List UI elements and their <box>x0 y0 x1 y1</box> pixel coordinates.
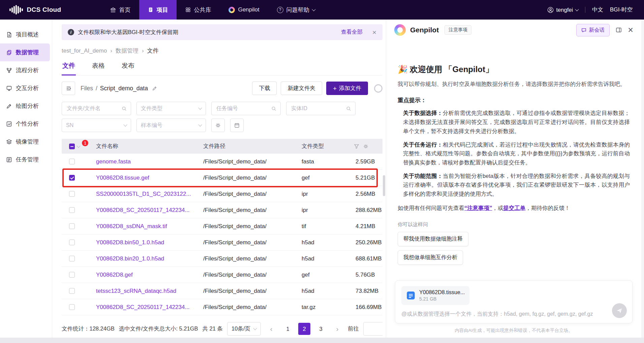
row-checkbox-checked[interactable] <box>69 175 75 181</box>
suggestion-cell-interaction[interactable]: 我想做单细胞互作分析 <box>398 250 463 265</box>
filename-filter[interactable] <box>62 102 131 115</box>
view-all-link[interactable]: 查看全部 <box>341 29 363 36</box>
file-name-link[interactable]: genome.fasta <box>91 158 198 165</box>
new-folder-button[interactable]: 新建文件夹 <box>281 82 322 95</box>
chat-input-placeholder[interactable]: @或从数据管理选择一个文件，当前支持：h5ad, gem, fq.gz, gef… <box>401 311 626 318</box>
tab-files[interactable]: 文件 <box>62 59 76 75</box>
dcs-logo-icon <box>9 4 23 15</box>
panel-close-icon[interactable]: × <box>628 26 633 35</box>
tab-tables[interactable]: 表格 <box>91 59 105 75</box>
goto-page-input[interactable] <box>363 322 382 336</box>
file-name-link[interactable]: Y00862D8.bin20_1.0.h5ad <box>91 255 198 262</box>
breadcrumb-sep-icon: › <box>110 48 112 54</box>
new-chat-button[interactable]: 新会话 <box>576 24 610 36</box>
task-id-filter[interactable] <box>211 102 281 115</box>
search-icon <box>122 106 127 111</box>
funnel-filter-icon[interactable] <box>354 144 359 149</box>
file-name-link[interactable]: Y00862D8.tissue.gef <box>91 175 198 181</box>
file-name-link[interactable]: Y00862D8_SC_20250117_142234... <box>91 207 198 214</box>
date-filter-button[interactable] <box>230 119 244 132</box>
window-scrollbar[interactable] <box>641 20 644 338</box>
page-3-button[interactable]: 3 <box>315 323 327 335</box>
filetype-select[interactable]: 文件类型 <box>136 102 206 115</box>
selected-file-chip[interactable]: Y00862D8.tissue... 5.21 GB <box>401 286 469 305</box>
select-all-checkbox[interactable] <box>69 144 75 149</box>
path-root[interactable]: Files <box>81 85 93 92</box>
row-checkbox[interactable] <box>69 191 75 197</box>
edit-icon[interactable] <box>152 86 157 91</box>
breadcrumb-data[interactable]: 数据管理 <box>116 47 139 55</box>
nav-item-projects[interactable]: 项目 <box>139 0 177 20</box>
sample-id-select[interactable]: 样本编号 <box>136 119 206 132</box>
sidebar-item-overview[interactable]: 项目概述 <box>0 26 52 43</box>
column-settings-gear-icon[interactable] <box>363 144 368 149</box>
folder-path: Files / Script_demo_data <box>81 85 157 92</box>
filename-input[interactable] <box>66 105 117 112</box>
nav-item-help[interactable]: ? 问题帮助 <box>268 0 324 20</box>
row-checkbox[interactable] <box>69 288 75 294</box>
brand[interactable]: DCS Cloud <box>0 4 61 15</box>
notes-link[interactable]: “注意事项” <box>464 205 492 211</box>
user-menu[interactable]: tengfei <box>547 7 579 13</box>
nav-item-genpilot[interactable]: Genpilot <box>220 0 268 20</box>
file-name-link[interactable]: tetssc123_scRNA_dataqc.h5ad <box>91 288 198 294</box>
sidebar-item-image-management[interactable]: 镜像管理 <box>0 133 52 151</box>
file-name-link[interactable]: Y00862D8_ssDNA_mask.tif <box>91 223 198 230</box>
workspace-switch[interactable]: BGI-时空 <box>610 6 633 13</box>
row-checkbox[interactable] <box>69 304 75 310</box>
breadcrumb-current: 文件 <box>147 47 159 55</box>
banner-close-icon[interactable]: × <box>372 29 376 36</box>
new-chat-label: 新会话 <box>589 27 605 34</box>
sn-select[interactable]: SN <box>62 119 131 132</box>
sidebar-item-pipeline-analysis[interactable]: 流程分析 <box>0 61 52 79</box>
page-2-button[interactable]: 2 <box>298 323 310 335</box>
panel-toggle-icon[interactable] <box>616 27 622 33</box>
task-id-input[interactable] <box>216 105 266 112</box>
send-button[interactable] <box>612 303 627 318</box>
sidebar-item-plot-analysis[interactable]: 绘图分析 <box>0 97 52 115</box>
notes-tag[interactable]: 注意事项 <box>444 25 471 35</box>
prev-page-button[interactable]: ‹ <box>265 323 277 335</box>
row-checkbox[interactable] <box>69 272 75 278</box>
sidebar-item-interactive-analysis[interactable]: 交互分析 <box>0 79 52 97</box>
main-scrollbar-thumb[interactable] <box>383 175 385 196</box>
sidebar-item-data-management[interactable]: 数据管理 <box>0 43 50 61</box>
gear-icon <box>215 123 221 128</box>
nav-label: 项目 <box>156 6 168 14</box>
row-checkbox[interactable] <box>69 256 75 261</box>
row-checkbox[interactable] <box>69 240 75 245</box>
chevron-down-icon <box>312 7 315 11</box>
file-name-link[interactable]: SS200000135TL_D1_SC_2023122... <box>91 191 198 197</box>
breadcrumb-project[interactable]: test_for_AI_demo <box>62 48 107 54</box>
entity-id-input[interactable] <box>290 105 341 112</box>
nav-item-home[interactable]: 首页 <box>101 0 139 20</box>
row-checkbox[interactable] <box>69 223 75 229</box>
file-name-link[interactable]: Y00862D8.bin50_1.0.h5ad <box>91 239 198 246</box>
add-file-button[interactable]: + 添加文件 <box>326 82 368 95</box>
sidebar-item-task-management[interactable]: 任务管理 <box>0 151 52 168</box>
feedback-line: 如使用有任何问题可先查看“注意事项”，或提交工单，期待你的反馈！ <box>398 205 630 212</box>
language-switch[interactable]: 中文 <box>592 6 603 13</box>
page-size-select[interactable]: 10条/页 <box>227 322 261 336</box>
row-checkbox[interactable] <box>69 159 75 164</box>
chevron-down-icon <box>198 123 202 126</box>
ticket-link[interactable]: 提交工单 <box>503 205 526 211</box>
tab-publish[interactable]: 发布 <box>121 59 135 75</box>
sidebar-item-personal-analysis[interactable]: 个性分析 <box>0 115 52 133</box>
file-name-link[interactable]: Y00862D8_SC_20250117_142234... <box>91 304 198 311</box>
genpilot-header: Genpilot 注意事项 新会话 × <box>386 20 641 40</box>
file-name-link[interactable]: Y00862D8.gef <box>91 272 198 278</box>
info-icon: i <box>68 29 74 35</box>
row-checkbox[interactable] <box>69 207 75 213</box>
col-file-name: 文件名称 <box>91 143 198 150</box>
filter-settings-button[interactable] <box>211 119 225 132</box>
loading-ring-icon[interactable] <box>374 84 382 93</box>
select-dropdown-icon[interactable] <box>76 144 80 148</box>
page-1-button[interactable]: 1 <box>282 323 294 335</box>
suggestion-cell-annotation[interactable]: 帮我使用数据做细胞注释 <box>398 232 468 246</box>
download-button[interactable]: 下载 <box>252 82 277 95</box>
collapse-filter-button[interactable] <box>62 82 75 95</box>
next-page-button[interactable]: › <box>331 323 343 335</box>
entity-id-filter[interactable] <box>286 102 356 115</box>
nav-item-public-library[interactable]: 公共库 <box>177 0 220 20</box>
